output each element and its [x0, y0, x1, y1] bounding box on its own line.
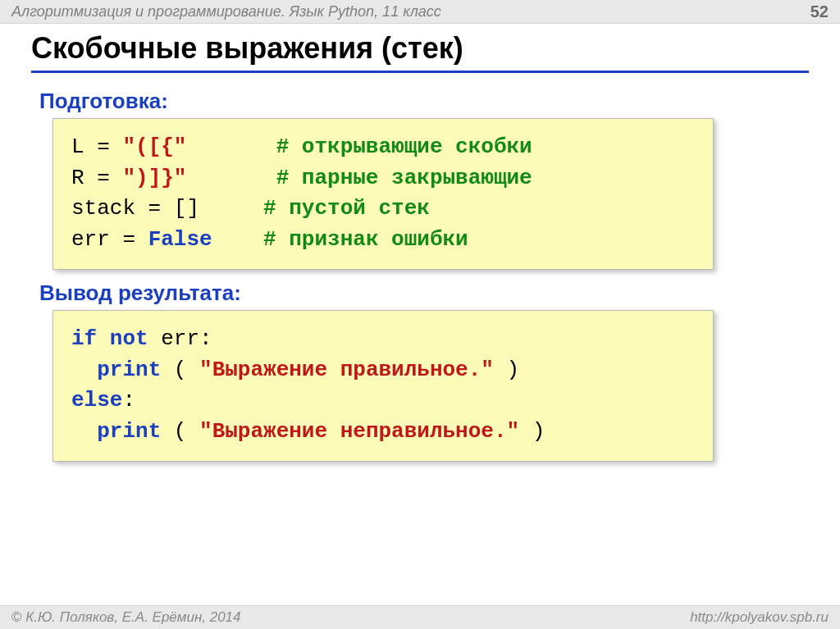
paren-open: ( — [161, 419, 199, 444]
colon: : — [122, 388, 135, 412]
code-pad — [199, 196, 263, 221]
keyword-else: else — [71, 388, 122, 412]
keyword-if: if — [71, 326, 97, 351]
slide-footer: К.Ю. Поляков, Е.А. Ерёмин, 2014 http://k… — [0, 605, 840, 629]
slide-title: Скобочные выражения (стек) — [31, 31, 809, 73]
paren-close: ) — [519, 419, 545, 444]
code-block-preparation: L = "([{" # открывающие скобки R = ")]}"… — [52, 118, 714, 270]
code-text: err = — [71, 227, 148, 252]
string-literal: "Выражение правильное." — [199, 358, 494, 382]
code-text: R = — [71, 166, 122, 190]
string-literal: "([{" — [122, 134, 186, 159]
code-text: L = — [71, 134, 122, 159]
course-title: Алгоритмизация и программирование. Язык … — [11, 3, 441, 21]
code-comment: # признак ошибки — [263, 227, 468, 252]
code-pad — [186, 134, 276, 159]
section-output: Вывод результата: — [39, 280, 241, 306]
code-comment: # пустой стек — [263, 196, 430, 221]
code-text: err: — [148, 326, 212, 351]
keyword-not: not — [110, 326, 148, 351]
section-preparation: Подготовка: — [39, 89, 168, 114]
page-number: 52 — [810, 2, 829, 21]
string-literal: "Выражение неправильное." — [199, 419, 519, 444]
code-block-output: if not err: print ( "Выражение правильно… — [52, 310, 714, 462]
paren-close: ) — [494, 358, 519, 382]
slide-header: Алгоритмизация и программирование. Язык … — [0, 0, 840, 24]
code-pad — [186, 166, 276, 190]
paren-open: ( — [161, 358, 199, 382]
keyword-false: False — [148, 227, 212, 252]
code-indent — [71, 358, 97, 382]
string-literal: ")]}" — [122, 166, 186, 190]
fn-print: print — [97, 419, 161, 444]
code-comment: # парные закрывающие — [276, 166, 532, 190]
code-pad — [212, 227, 263, 252]
code-text: stack = — [71, 196, 174, 221]
list-literal: [] — [174, 196, 199, 221]
fn-print: print — [97, 358, 161, 382]
footer-url: http://kpolyakov.spb.ru — [690, 609, 829, 626]
copyright-text: К.Ю. Поляков, Е.А. Ерёмин, 2014 — [11, 609, 241, 626]
code-indent — [71, 419, 97, 444]
code-comment: # открывающие скобки — [276, 134, 532, 159]
